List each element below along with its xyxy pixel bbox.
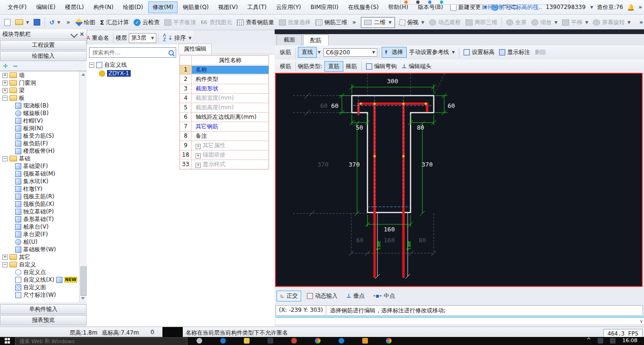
menu-online-service[interactable]: 在线服务(S) [344,1,383,13]
perpendicular-snap-toggle[interactable]: ⊥垂点 [343,291,367,301]
close-icon[interactable]: × [80,31,84,37]
scroll-thumb[interactable] [80,266,87,296]
drawing-canvas[interactable]: 300 60 60 60 50 80 370 370 370 160 60 16… [275,73,643,287]
report-preview-button[interactable]: 报表预览 [0,315,87,325]
menu-rebar-qty[interactable]: 钢筋量(Q) [179,1,213,13]
property-row[interactable]: 2构件类型 [180,75,268,84]
property-editor-tab[interactable]: 属性编辑 [179,44,212,54]
save-button[interactable] [31,18,43,27]
straight-bar-button[interactable]: 直筋 [324,61,343,72]
tree-item[interactable]: −基础 [0,155,87,162]
scroll-down-arrow[interactable] [81,297,85,300]
local-3d-button[interactable]: 局部三维 [463,17,500,28]
tree-item[interactable]: 螺旋板(B) [0,109,87,117]
menu-floor[interactable]: 楼层(L) [61,1,88,13]
tree-item[interactable]: +门窗洞 [0,79,87,87]
rebar-3d-button[interactable]: 钢筋三维 [313,17,349,28]
taskbar-app-icon[interactable] [291,338,297,344]
draw-button[interactable]: 绘图 [74,17,98,28]
bell-icon[interactable]: 🔔 [627,4,635,11]
start-button[interactable] [5,338,10,344]
manual-ref-line-button[interactable]: 手动设置参考线▼ [407,47,457,58]
menu-edit[interactable]: 编辑(E) [32,1,60,13]
tree-item[interactable]: 筏板负筋(X) [0,200,87,208]
chevron-down-icon[interactable]: ▼ [318,50,321,54]
new-file-button[interactable] [2,18,13,27]
property-row[interactable]: 1名称 [180,65,268,75]
tree-item[interactable]: 自定义面 [0,283,87,291]
align-slab-top-button[interactable]: 平齐板顶 [162,17,198,28]
menu-file[interactable]: 文件(F) [3,1,31,13]
collapse-all-icon[interactable]: − [13,62,18,70]
overflow-chevron-icon[interactable]: » [66,19,70,26]
tree-item[interactable]: +梁 [0,87,87,94]
tray-icon[interactable] [610,338,616,344]
tree-item[interactable]: 楼层板带(H) [0,147,87,155]
expand-toggle[interactable]: − [2,156,8,161]
tree-item[interactable]: +墙 [0,71,87,79]
view-mode-dropdown[interactable]: 二维 ▼ [361,17,395,28]
row-name-link[interactable]: 其它钢筋 [192,123,268,131]
tree-item[interactable]: 筏板主筋(R) [0,193,87,200]
menu-component[interactable]: 构件(N) [89,1,117,13]
top-view-button[interactable]: 俯视▼ [397,17,427,28]
tree-item[interactable]: 桩(U) [0,238,87,246]
ortho-toggle[interactable]: ⊾正交 [277,291,301,301]
property-row[interactable]: 9+其它属性 [180,141,268,150]
tree-item[interactable]: 柱墩(Y) [0,185,87,193]
tree-item[interactable]: 自定义点 [0,268,87,276]
longitudinal-bar-button[interactable]: 纵筋 [277,47,294,58]
component-group-row[interactable]: − 自定义线 [87,61,179,69]
tree-scrollbar[interactable] [79,71,87,302]
account-chevron-icon[interactable]: ▼ [590,5,593,9]
tree-item[interactable]: 桩承台(V) [0,223,87,230]
property-row[interactable]: 33+显示样式 [180,160,268,169]
menu-draw[interactable]: 绘图(D) [119,1,148,13]
overflow-chevron-icon[interactable]: » [639,19,643,26]
property-row[interactable]: 4截面宽度(mm) [180,94,268,103]
taskbar-app-icon[interactable] [220,338,226,344]
tree-item[interactable]: 尺寸标注(W) [0,291,87,299]
scroll-up-arrow[interactable] [81,73,85,76]
expand-toggle[interactable]: − [2,96,8,101]
menu-tools[interactable]: 工具(T) [243,1,271,13]
tree-item-custom-line[interactable]: 自定义线(X)NEW [0,276,87,283]
edit-end-button[interactable]: ⊥编辑端头 [399,61,434,72]
clock[interactable]: 16:08 [622,337,637,344]
taskbar-app-icon[interactable] [386,338,392,344]
expand-plus-icon[interactable]: + [196,153,201,159]
fullscreen-button[interactable]: 全屏 [504,17,529,28]
screen-rotate-button[interactable]: 屏幕旋转▼ [590,17,633,28]
expand-plus-icon[interactable]: + [196,144,201,149]
expand-toggle[interactable]: − [2,262,8,267]
tree-item[interactable]: 板受力筋(S) [0,132,87,140]
pin-icon[interactable] [71,30,78,38]
pan-button[interactable]: 平移▼ [560,17,590,28]
taskbar-search[interactable] [15,337,188,345]
expand-toggle[interactable]: + [2,88,8,93]
taskbar-app-icon[interactable] [197,338,202,344]
tree-item[interactable]: 集水坑(K) [0,177,87,185]
select-tool-button[interactable]: 选择 [382,47,407,58]
tree-item[interactable]: 板洞(N) [0,124,87,132]
taskbar-app-icon[interactable] [339,338,344,344]
line-mode-button[interactable]: 直线 [298,47,317,58]
expand-toggle[interactable]: + [2,255,8,260]
collapse-strip[interactable]: ∨ [276,317,644,324]
taskbar-app-icon[interactable] [268,338,273,344]
menu-bim[interactable]: BIM应用(I) [306,1,343,13]
tree-item[interactable]: −自定义 [0,261,87,268]
project-settings-button[interactable]: 工程设置 [0,40,87,50]
expand-all-icon[interactable]: ✛ [3,62,8,70]
expand-toggle[interactable]: + [2,80,8,86]
overflow-chevron-icon[interactable]: » [352,19,356,26]
tree-item[interactable]: 条形基础(T) [0,215,87,223]
set-elevation-button[interactable]: 设置标高 [461,47,497,58]
tree-item[interactable]: 现浇板(B) [0,102,87,109]
property-row[interactable]: 8备注 [180,132,268,141]
menu-cloud[interactable]: 云应用(Y) [272,1,305,13]
component-item-row[interactable]: ZDYX-1 [87,69,179,78]
view-rebar-qty-button[interactable]: 查看钢筋量 [234,17,277,28]
property-row[interactable]: 5截面高度(mm) [180,103,268,113]
account-number[interactable]: 13907298339 [546,4,586,10]
